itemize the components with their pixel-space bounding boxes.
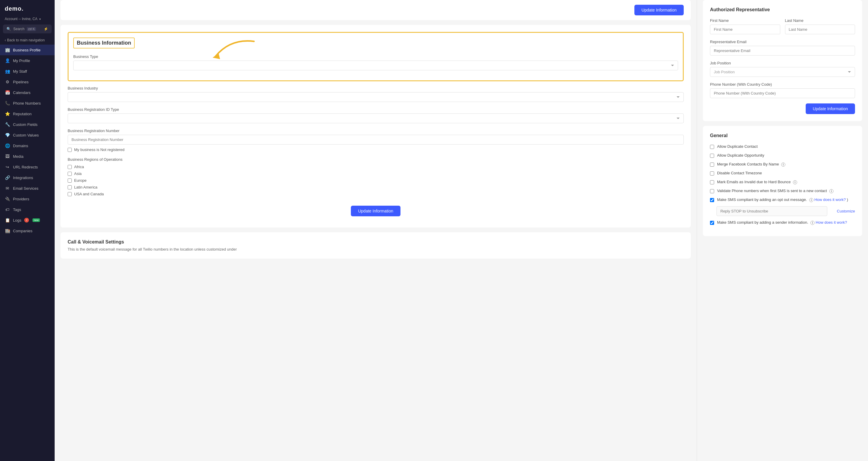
general-allow-duplicate-opportunity: Allow Duplicate Opportunity (710, 153, 855, 158)
sidebar-item-label: Business Profile (13, 48, 40, 52)
last-name-input[interactable] (785, 25, 855, 34)
back-navigation[interactable]: ‹ Back to main navigation (0, 36, 55, 45)
mark-emails-info-icon[interactable]: ℹ (793, 180, 797, 184)
sidebar-item-label: My Profile (13, 59, 30, 63)
region-africa-checkbox[interactable] (68, 165, 72, 169)
lightning-icon: ⚡ (44, 27, 48, 31)
mark-emails-invalid-checkbox[interactable] (710, 180, 714, 184)
sidebar-item-business-profile[interactable]: 🏢 Business Profile (0, 45, 55, 55)
account-selector[interactable]: Account -- Irvine, CA ▾ (0, 15, 55, 25)
general-make-sms-sender: Make SMS compliant by adding a sender in… (710, 220, 855, 225)
providers-icon: 🔌 (5, 197, 10, 201)
logs-icon: 📋 (5, 218, 10, 223)
allow-duplicate-contact-checkbox[interactable] (710, 145, 714, 149)
business-type-select[interactable] (73, 61, 678, 70)
region-asia-row: Asia (68, 171, 684, 176)
call-voicemail-title: Call & Voicemail Settings (68, 239, 684, 245)
sidebar-item-custom-fields[interactable]: 🔧 Custom Fields (0, 119, 55, 130)
region-africa-row: Africa (68, 165, 684, 169)
sidebar-item-custom-values[interactable]: 💎 Custom Values (0, 130, 55, 140)
business-info-highlighted: Business Information Business Type (68, 32, 684, 81)
sidebar-item-label: Logs (13, 218, 21, 223)
first-name-group: First Name (710, 18, 780, 34)
allow-duplicate-opportunity-checkbox[interactable] (710, 154, 714, 158)
region-asia-checkbox[interactable] (68, 172, 72, 176)
sidebar-item-calendars[interactable]: 📅 Calendars (0, 87, 55, 98)
make-sms-info-icon[interactable]: ℹ (809, 198, 813, 202)
merge-facebook-checkbox[interactable] (710, 163, 714, 167)
left-panel: Update Information Business Information … (55, 0, 697, 461)
sidebar-item-pipelines[interactable]: ⚙ Pipelines (0, 77, 55, 87)
region-usa-canada-checkbox[interactable] (68, 192, 72, 196)
customize-link[interactable]: Customize (837, 209, 855, 213)
allow-duplicate-contact-label[interactable]: Allow Duplicate Contact (717, 144, 757, 149)
allow-duplicate-opportunity-label[interactable]: Allow Duplicate Opportunity (717, 153, 764, 157)
not-registered-label[interactable]: My business is Not registered (74, 147, 125, 152)
sidebar-item-integrations[interactable]: 🔗 Integrations (0, 172, 55, 183)
reply-stop-input[interactable] (716, 206, 827, 216)
regions-label: Business Regions of Operations (68, 157, 684, 162)
app-logo: demo. (0, 0, 55, 15)
rep-email-input[interactable] (710, 46, 855, 56)
search-bar[interactable]: 🔍 Search ctrl K ⚡ (3, 25, 52, 33)
rep-email-group: Representative Email (710, 39, 855, 56)
sidebar-item-label: Integrations (13, 176, 33, 180)
validate-phone-checkbox[interactable] (710, 189, 714, 193)
rep-update-button[interactable]: Update Information (806, 104, 855, 114)
how-does-it-work-link-2[interactable]: How does it work? (816, 220, 847, 225)
make-sms-compliant-checkbox[interactable] (710, 198, 714, 202)
business-information-title: Business Information (73, 37, 135, 49)
sidebar-item-reputation[interactable]: ⭐ Reputation (0, 109, 55, 119)
sidebar-item-label: Calendars (13, 90, 30, 95)
phone-input[interactable] (710, 88, 855, 98)
bottom-update-button[interactable]: Update Information (351, 206, 400, 216)
top-update-button[interactable]: Update Information (634, 5, 684, 16)
how-does-it-work-link-1[interactable]: How does it work? (814, 197, 845, 202)
sidebar-item-tags[interactable]: 🏷 Tags (0, 204, 55, 215)
make-sms-sender-label: Make SMS compliant by adding a sender in… (717, 220, 847, 225)
business-reg-number-label: Business Registration Number (68, 128, 684, 133)
region-latin-america-checkbox[interactable] (68, 185, 72, 190)
region-asia-label[interactable]: Asia (74, 171, 82, 176)
sidebar-item-domains[interactable]: 🌐 Domains (0, 140, 55, 151)
phone-label: Phone Number (With Country Code) (710, 82, 855, 87)
sidebar-item-providers[interactable]: 🔌 Providers (0, 194, 55, 204)
job-position-select[interactable]: Job Position (710, 67, 855, 77)
make-sms-sender-info-icon[interactable]: ℹ (810, 221, 814, 225)
business-industry-group: Business Industry (68, 86, 684, 102)
general-disable-contact-timezone: Disable Contact Timezone (710, 171, 855, 176)
sidebar-item-label: My Staff (13, 69, 27, 74)
sidebar-item-email-services[interactable]: ✉ Email Services (0, 183, 55, 194)
reputation-icon: ⭐ (5, 111, 10, 116)
region-usa-canada-label[interactable]: USA and Canada (74, 192, 104, 196)
not-registered-checkbox[interactable] (68, 148, 72, 152)
region-africa-label[interactable]: Africa (74, 165, 84, 169)
region-europe-checkbox[interactable] (68, 178, 72, 183)
business-industry-select[interactable] (68, 92, 684, 102)
business-reg-id-type-select[interactable] (68, 113, 684, 123)
validate-phone-info-icon[interactable]: ℹ (829, 189, 833, 193)
sidebar-item-companies[interactable]: 🏬 Companies (0, 226, 55, 236)
sidebar-item-media[interactable]: 🖼 Media (0, 151, 55, 162)
email-services-icon: ✉ (5, 186, 10, 191)
region-europe-label[interactable]: Europe (74, 178, 87, 183)
region-latin-america-label[interactable]: Latin America (74, 185, 97, 190)
region-europe-row: Europe (68, 178, 684, 183)
sidebar-item-phone-numbers[interactable]: 📞 Phone Numbers (0, 98, 55, 109)
sidebar-item-my-staff[interactable]: 👥 My Staff (0, 66, 55, 77)
disable-contact-timezone-checkbox[interactable] (710, 171, 714, 176)
merge-facebook-info-icon[interactable]: ℹ (781, 163, 785, 167)
general-allow-duplicate-contact: Allow Duplicate Contact (710, 144, 855, 149)
business-regions-group: Business Regions of Operations Africa As… (68, 157, 684, 196)
disable-contact-timezone-label[interactable]: Disable Contact Timezone (717, 171, 762, 175)
back-arrow-icon: ‹ (5, 38, 6, 42)
sidebar-item-my-profile[interactable]: 👤 My Profile (0, 55, 55, 66)
sidebar-item-label: Email Services (13, 186, 38, 191)
first-name-input[interactable] (710, 25, 780, 34)
sidebar-item-logs[interactable]: 📋 Logs 2 new (0, 215, 55, 226)
business-reg-number-input[interactable] (68, 135, 684, 145)
bottom-update-row: Update Information (68, 202, 684, 221)
main-content: Update Information Business Information … (55, 0, 868, 461)
make-sms-sender-checkbox[interactable] (710, 221, 714, 225)
sidebar-item-url-redirects[interactable]: ↪ URL Redirects (0, 162, 55, 172)
